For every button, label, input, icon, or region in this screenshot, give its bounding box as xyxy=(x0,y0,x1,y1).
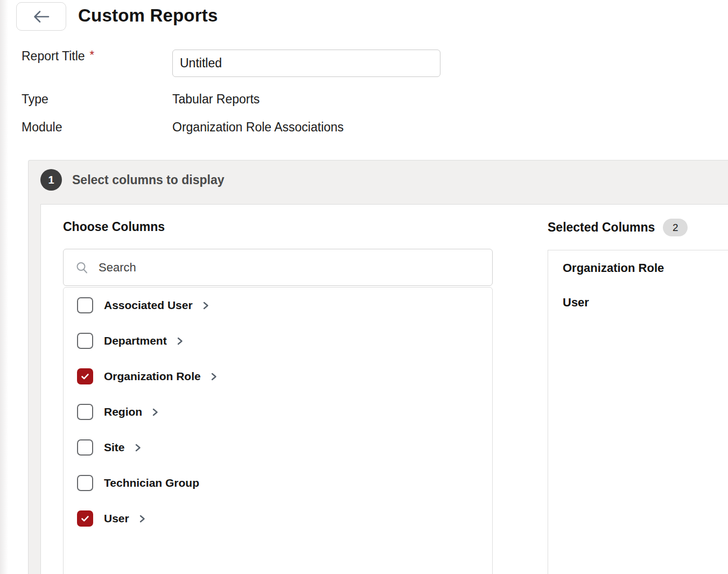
column-option-label: Region xyxy=(104,405,142,418)
column-option-label: Technician Group xyxy=(104,477,199,489)
column-search-input[interactable] xyxy=(97,260,480,275)
column-option-row[interactable]: Site xyxy=(64,430,492,465)
chevron-right-icon[interactable] xyxy=(151,408,159,417)
choose-columns-title: Choose Columns xyxy=(63,220,165,234)
column-option-row[interactable]: User xyxy=(64,501,492,536)
left-edge-shadow xyxy=(0,0,8,574)
checkmark-icon xyxy=(80,513,90,524)
selected-column-item: User xyxy=(548,285,728,320)
selected-columns-header: Selected Columns 2 xyxy=(548,219,688,236)
column-option-row[interactable]: Associated User xyxy=(64,288,492,323)
selected-columns-title: Selected Columns xyxy=(548,220,655,235)
chevron-right-icon[interactable] xyxy=(209,372,218,381)
column-option-label: User xyxy=(104,512,129,525)
column-checkbox[interactable] xyxy=(77,475,93,491)
column-checkbox[interactable] xyxy=(77,297,93,313)
chevron-right-icon[interactable] xyxy=(134,443,142,452)
column-option-row[interactable]: Department xyxy=(64,323,492,359)
type-value: Tabular Reports xyxy=(172,92,260,107)
back-arrow-icon xyxy=(32,9,51,25)
column-option-row[interactable]: Region xyxy=(64,394,492,430)
column-checkbox[interactable] xyxy=(77,368,93,384)
column-option-row[interactable]: Organization Role xyxy=(64,359,492,394)
selected-count-badge: 2 xyxy=(663,219,688,236)
chevron-right-icon[interactable] xyxy=(176,337,184,346)
step1-title: Select columns to display xyxy=(72,173,224,187)
back-button[interactable] xyxy=(16,2,66,31)
column-option-row[interactable]: Technician Group xyxy=(64,465,492,501)
step-number-badge: 1 xyxy=(40,169,62,191)
checkmark-icon xyxy=(80,371,90,382)
column-search-box[interactable] xyxy=(63,249,493,286)
module-label: Module xyxy=(22,120,62,135)
column-checkbox[interactable] xyxy=(77,333,93,349)
page-title: Custom Reports xyxy=(78,5,218,26)
selected-columns-list: Organization Role User xyxy=(548,250,728,574)
type-label: Type xyxy=(22,92,48,107)
required-asterisk: * xyxy=(90,48,95,61)
step1-section: 1 Select columns to display Choose Colum… xyxy=(28,160,728,574)
column-checkbox[interactable] xyxy=(77,510,93,527)
report-title-label: Report Title* xyxy=(22,49,94,64)
chevron-right-icon[interactable] xyxy=(201,301,210,310)
column-checkbox[interactable] xyxy=(77,439,93,456)
column-option-label: Associated User xyxy=(104,299,193,312)
columns-panel: Choose Columns Associated User xyxy=(40,204,728,574)
choose-columns-list: Associated User Department Organization … xyxy=(63,287,493,574)
column-checkbox[interactable] xyxy=(77,404,93,420)
column-option-label: Site xyxy=(104,441,125,454)
selected-column-item: Organization Role xyxy=(548,251,728,285)
module-value: Organization Role Associations xyxy=(172,120,344,135)
search-icon xyxy=(75,261,88,274)
report-title-input[interactable] xyxy=(172,50,440,77)
chevron-right-icon[interactable] xyxy=(138,514,146,523)
column-option-label: Department xyxy=(104,334,167,347)
column-option-label: Organization Role xyxy=(104,370,201,383)
step1-header: 1 Select columns to display xyxy=(40,169,224,191)
